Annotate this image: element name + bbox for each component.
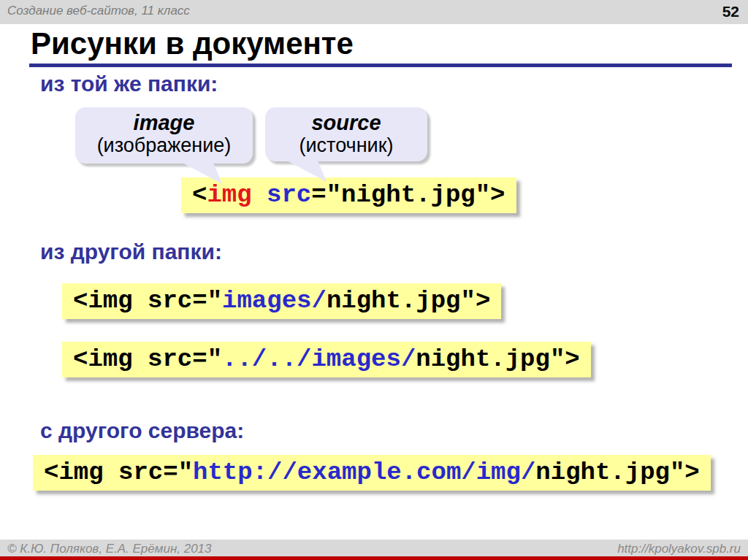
callout-translation: (изображение) xyxy=(75,135,253,157)
code-segment: ../../images/ xyxy=(222,345,416,373)
code-segment: night.jpg"> xyxy=(327,287,490,315)
code-block-same-folder: <img src="night.jpg"> xyxy=(181,177,516,213)
code-segment: night.jpg"> xyxy=(535,459,699,486)
section-heading-same-folder: из той же папки: xyxy=(40,72,218,96)
code-block-parent-folder: <img src="../../images/night.jpg"> xyxy=(62,342,591,377)
code-segment: <img src=" xyxy=(73,345,222,373)
slide-number: 52 xyxy=(722,3,739,20)
code-segment: img xyxy=(207,181,251,209)
code-segment: night.jpg"> xyxy=(416,345,579,373)
copyright-label: © К.Ю. Поляков, Е.А. Ерёмин, 2013 xyxy=(7,542,212,556)
site-link[interactable]: http://kpolyakov.spb.ru xyxy=(617,542,741,556)
bottom-accent-strip xyxy=(0,556,748,560)
code-segment: src xyxy=(267,181,311,209)
callout-source: source (источник) xyxy=(265,107,427,161)
callout-translation: (источник) xyxy=(265,135,427,157)
code-segment: images/ xyxy=(222,287,327,315)
title-underline xyxy=(29,64,732,67)
page-title: Рисунки в документе xyxy=(31,26,354,61)
footer-bar: © К.Ю. Поляков, Е.А. Ерёмин, 2013 http:/… xyxy=(0,540,748,556)
header-bar: Создание веб-сайтов, 11 класс 52 xyxy=(0,0,748,24)
callout-term: image xyxy=(75,111,253,135)
code-block-other-folder: <img src="images/night.jpg"> xyxy=(62,283,501,319)
section-heading-other-server: с другого сервера: xyxy=(40,418,244,443)
code-segment: <img src=" xyxy=(73,287,222,315)
callout-term: source xyxy=(265,111,427,135)
callout-image: image (изображение) xyxy=(75,107,253,164)
code-block-other-server: <img src="http://example.com/img/night.j… xyxy=(33,455,711,491)
code-segment: http://example.com/img/ xyxy=(193,459,535,486)
course-label: Создание веб-сайтов, 11 класс xyxy=(7,4,190,18)
presentation-slide: Создание веб-сайтов, 11 класс 52 Рисунки… xyxy=(0,0,748,560)
code-segment xyxy=(252,181,267,209)
section-heading-other-folder: из другой папки: xyxy=(40,239,222,264)
code-segment: < xyxy=(192,181,207,209)
code-segment: <img src=" xyxy=(44,459,193,486)
code-segment: ="night.jpg"> xyxy=(311,181,505,209)
